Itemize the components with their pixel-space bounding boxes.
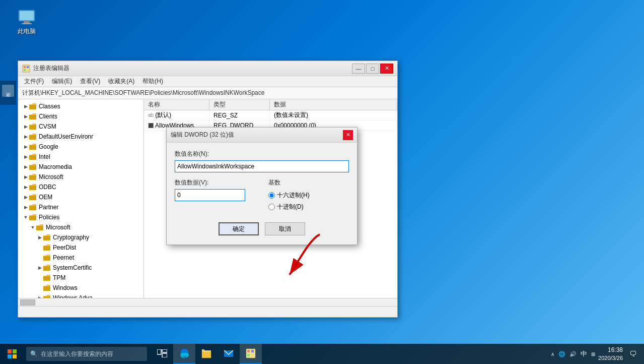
reg-title-icon (22, 65, 30, 73)
dialog-row: 数值数据(V): 基数 十六进制(H) 十进制(D) (175, 178, 349, 214)
tree-expand-systemcertific: ▶ (36, 264, 43, 271)
folder-icon-clients (29, 113, 37, 120)
tree-expand-partner: ▶ (22, 204, 29, 211)
svg-rect-8 (27, 69, 29, 71)
menu-view[interactable]: 查看(V) (76, 76, 104, 87)
tree-label-partner: Partner (39, 204, 58, 211)
menu-file[interactable]: 文件(F) (20, 76, 48, 87)
dword-dialog: 编辑 DWORD (32 位)值 ✕ 数值名称(N): 数值数据(V): 基数 … (166, 127, 357, 245)
mail-icon (223, 348, 234, 359)
radio-hex-row: 十六进制(H) (268, 191, 349, 200)
taskbar-mail-button[interactable] (218, 344, 240, 364)
tree-label-classes: Classes (39, 103, 60, 110)
tree-label-clients: Clients (39, 113, 57, 120)
tree-item-partner[interactable]: ▶ Partner (18, 202, 144, 212)
svg-rect-14 (157, 349, 161, 354)
taskbar-taskview-button[interactable] (151, 344, 173, 364)
desktop-icon-computer[interactable]: 此电脑 (9, 9, 44, 36)
col-header-name: 名称 (144, 99, 209, 110)
taskview-icon (157, 349, 167, 357)
close-button[interactable]: ✕ (380, 64, 393, 74)
menu-favorites[interactable]: 收藏夹(A) (104, 76, 138, 87)
tree-label-google: Google (39, 143, 58, 150)
menu-help[interactable]: 帮助(H) (138, 76, 167, 87)
keyboard-layout-icon[interactable]: ⊞ (591, 351, 595, 357)
tree-label-cryptography: Cryptography (53, 234, 89, 241)
tree-expand-macromedia: ▶ (22, 163, 29, 170)
svg-rect-5 (24, 66, 26, 68)
tree-item-odbc[interactable]: ▶ ODBC (18, 182, 144, 192)
dialog-ok-button[interactable]: 确定 (219, 222, 259, 235)
menu-edit[interactable]: 编辑(E) (48, 76, 76, 87)
taskbar-search-bar[interactable]: 🔍 在这里输入你要搜索的内容 (26, 347, 147, 361)
taskbar-notification-button[interactable]: 🗨 (626, 344, 640, 364)
taskbar-start-button[interactable] (0, 344, 24, 364)
tree-item-classes[interactable]: ▶ Classes (18, 101, 144, 111)
radio-dec-label: 十进制(D) (277, 203, 304, 211)
taskbar-edge-button[interactable] (173, 344, 195, 364)
tree-item-microsoft-policies[interactable]: ▼ Microsoft (18, 222, 144, 232)
tree-label-tpm: TPM (53, 274, 65, 281)
tree-item-windowsadva[interactable]: ▶ Windows Adva (18, 293, 144, 298)
clock-time: 16:38 (598, 346, 623, 354)
sys-tray-expand[interactable]: ∧ (551, 351, 554, 357)
folder-icon-systemcertific (43, 264, 51, 271)
values-row-default[interactable]: ab (默认) REG_SZ (数值未设置) (144, 110, 397, 120)
computer-icon (17, 9, 37, 25)
tree-item-peerdist[interactable]: PeerDist (18, 242, 144, 253)
folder-icon-classes (29, 103, 37, 110)
radio-dec[interactable] (268, 204, 275, 210)
tree-expand-defaultuser: ▶ (22, 133, 29, 140)
tree-item-defaultuser[interactable]: ▶ DefaultUserEnvironr (18, 132, 144, 142)
minimize-button[interactable]: — (352, 64, 365, 74)
tree-expand-oem: ▶ (22, 194, 29, 201)
side-icon-1[interactable] (2, 85, 14, 97)
tree-item-policies[interactable]: ▼ Policies (18, 212, 144, 222)
tree-item-peernet[interactable]: Peernet (18, 253, 144, 263)
windows-start-icon (8, 349, 17, 358)
radio-hex[interactable] (268, 192, 275, 199)
reg-scrollbar-horizontal[interactable] (18, 298, 397, 306)
cell-data-default: (数值未设置) (270, 110, 397, 120)
edge-icon (179, 348, 190, 359)
taskbar-explorer-button[interactable] (195, 344, 218, 364)
dialog-name-input[interactable] (175, 160, 349, 172)
network-icon[interactable]: 🌐 (558, 351, 565, 357)
reg-tree[interactable]: ▶ Classes ▶ Clients ▶ CVSM ▶ Def (18, 99, 144, 298)
volume-icon[interactable]: 🔊 (569, 351, 577, 357)
tree-expand-microsoft-top: ▶ (22, 173, 29, 180)
tree-item-tpm[interactable]: TPM (18, 273, 144, 283)
tree-item-oem[interactable]: ▶ OEM (18, 192, 144, 202)
tree-label-odbc: ODBC (39, 184, 56, 191)
tree-item-microsoft-top[interactable]: ▶ Microsoft (18, 172, 144, 182)
taskbar-clock[interactable]: 16:38 2020/3/26 (598, 346, 623, 362)
dialog-cancel-button[interactable]: 取消 (265, 222, 305, 235)
tree-item-cvsm[interactable]: ▶ CVSM (18, 122, 144, 132)
lang-indicator[interactable]: 中 (581, 349, 587, 358)
tree-label-microsoft-top: Microsoft (39, 173, 63, 180)
svg-rect-20 (247, 350, 250, 352)
dialog-data-input[interactable] (175, 189, 245, 201)
folder-icon-cryptography (43, 234, 51, 241)
dialog-body: 数值名称(N): 数值数据(V): 基数 十六进制(H) 十进制(D) (167, 143, 357, 245)
tree-item-google[interactable]: ▶ Google (18, 142, 144, 152)
folder-icon-windows (43, 284, 51, 291)
taskbar-regeditor-button[interactable] (240, 344, 262, 364)
tree-item-intel[interactable]: ▶ Intel (18, 152, 144, 162)
tree-expand-peernet (36, 254, 43, 261)
folder-icon-cvsm (29, 123, 37, 130)
reg-path-bar: 计算机\HKEY_LOCAL_MACHINE\SOFTWARE\Policies… (18, 87, 397, 99)
tree-item-systemcertific[interactable]: ▶ SystemCertific (18, 263, 144, 273)
dialog-close-button[interactable]: ✕ (343, 130, 353, 140)
svg-rect-12 (8, 354, 12, 358)
maximize-button[interactable]: □ (366, 64, 379, 74)
tree-item-clients[interactable]: ▶ Clients (18, 111, 144, 122)
tree-item-windows[interactable]: Windows (18, 283, 144, 293)
regeditor-taskbar-icon (245, 348, 256, 359)
tree-expand-clients: ▶ (22, 113, 29, 120)
cell-name-text-default: (默认) (155, 111, 171, 119)
reg-status-bar (18, 306, 397, 317)
folder-icon-microsoft-policies (36, 224, 44, 231)
tree-item-macromedia[interactable]: ▶ Macromedia (18, 162, 144, 172)
tree-item-cryptography[interactable]: ▶ Cryptography (18, 232, 144, 242)
